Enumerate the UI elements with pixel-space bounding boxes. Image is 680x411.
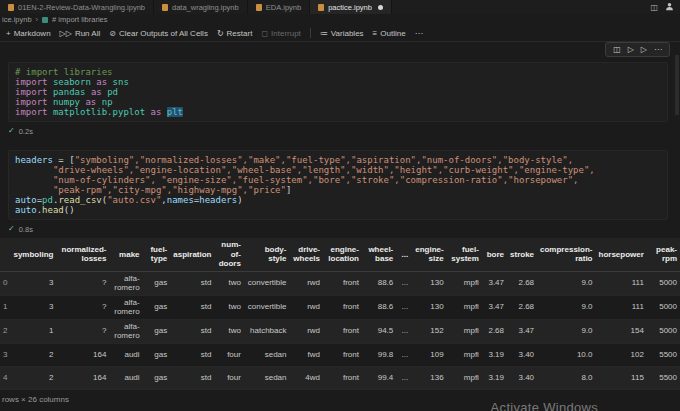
table-cell: ... [396,295,411,319]
code-token: = [ [58,155,74,165]
table-cell: 2.68 [482,319,507,343]
code-token: import [15,97,53,107]
table-cell: four [215,343,244,366]
code-line: "num-of-cylinders", "engine-size","fuel-… [15,175,661,185]
tab-eda[interactable]: EDA.ipynb [248,0,310,14]
code-editor-read-csv[interactable]: headers = ["symboling","normalized-losse… [15,155,661,215]
table-cell: ... [396,343,411,366]
table-cell: ? [56,271,109,295]
table-cell: gas [143,295,171,319]
add-markdown-button[interactable]: + Markdown [6,29,51,38]
activate-windows-watermark: Activate Windows [491,400,598,411]
table-cell: front [323,366,362,389]
tab-pactice-active[interactable]: pactice.ipynb [310,0,392,14]
more-cell-actions-icon[interactable]: ⋯ [654,45,662,54]
table-cell: four [215,366,244,389]
code-cell-read-csv[interactable]: headers = ["symboling","normalized-losse… [8,150,668,220]
cell-output-area: symbolingnormalized-lossesmakefuel-typea… [0,238,680,404]
run-below-icon[interactable]: ▷ [641,45,647,54]
column-header-engine-size: engine-size [411,238,446,271]
dataframe-table: symbolingnormalized-lossesmakefuel-typea… [0,238,680,390]
table-cell: 164 [56,343,109,366]
code-token: auto [15,205,37,215]
code-token [15,175,53,185]
restart-button[interactable]: ↻ Restart [217,29,253,38]
code-token: as [91,87,107,97]
code-token: headers [15,155,58,165]
clear-outputs-button[interactable]: ⊘ Clear Outputs of All Cells [109,29,208,38]
column-header-drive-wheels: drive-wheels [289,238,323,271]
table-cell: 2 [10,343,56,366]
table-cell: front [323,295,362,319]
table-cell: ? [56,319,109,343]
variables-button[interactable]: ≔ Variables [320,29,364,38]
table-cell: 164 [56,366,109,389]
interrupt-label: Interrupt [271,29,301,38]
table-cell: 130 [411,295,446,319]
outline-button[interactable]: ≡ Outline [373,29,406,38]
execution-time: 0.2s [19,127,33,136]
run-all-button[interactable]: ▷▷ Run All [60,29,101,38]
success-check-icon: ✓ [8,127,15,135]
table-cell: rwd [289,295,323,319]
code-token: "num-of-cylinders", "engine-size","fuel-… [53,175,579,185]
code-cell-imports[interactable]: # import librariesimport seaborn as snsi… [8,62,668,122]
account-icon[interactable] [665,2,674,13]
table-cell: std [170,295,214,319]
breadcrumb-file[interactable]: ice.ipynb [2,15,32,24]
code-line: import seaborn as sns [15,77,661,87]
interrupt-button[interactable]: ◻ Interrupt [261,29,300,38]
table-cell: 115 [596,366,647,389]
code-token: pd [107,87,118,97]
table-cell: gas [143,319,171,343]
editor-tab-bar: 01EN-2-Review-Data-Wrangling.ipynb data_… [0,0,680,14]
table-cell: front [323,271,362,295]
split-cell-icon[interactable]: ◫ [613,45,621,54]
table-cell: 3.40 [507,366,537,389]
table-cell: 8.0 [537,366,595,389]
table-row: 32164audigasstdfoursedanfwdfront99.8...1… [0,343,680,366]
table-cell: 94.5 [362,319,396,343]
table-cell: 3.47 [482,271,507,295]
code-line: # import libraries [15,67,661,77]
clear-outputs-label: Clear Outputs of All Cells [119,29,208,38]
table-cell: gas [143,271,171,295]
table-cell: 5500 [647,366,680,389]
more-actions-button[interactable]: ⋯ [415,29,423,38]
table-cell: rwd [289,271,323,295]
code-token [15,165,53,175]
split-editor-icon[interactable]: ◫ [650,3,658,12]
tab-review-data-wrangling[interactable]: 01EN-2-Review-Data-Wrangling.ipynb [0,0,154,14]
table-header-row: symbolingnormalized-lossesmakefuel-typea… [0,238,680,271]
tab-data-wragling[interactable]: data_wragling.ipynb [154,0,248,14]
run-above-icon[interactable]: ▷ [628,45,634,54]
table-cell: 111 [596,271,647,295]
column-header-make: make [109,238,142,271]
table-cell: 5000 [647,295,680,319]
code-token: np [102,97,113,107]
table-cell: hatchback [244,319,290,343]
toolbar-separator [310,28,311,38]
outline-icon: ≡ [373,29,378,38]
code-token: "symboling","normalized-losses","make","… [75,155,574,165]
scrollbar-thumb[interactable] [675,55,679,115]
table-cell: 3.19 [482,343,507,366]
table-cell: 3 [10,271,56,295]
code-line: import pandas as pd [15,87,661,97]
table-cell: 4wd [289,366,323,389]
unsaved-changes-dot[interactable] [378,5,383,10]
code-token: matplotlib.pyplot [53,107,151,117]
code-token: pandas [53,87,91,97]
table-cell: 88.6 [362,295,396,319]
table-cell: ... [396,319,411,343]
table-cell: alfa-romero [109,271,142,295]
code-line: auto=pd.read_csv("auto.csv",names=header… [15,195,661,205]
table-cell: std [170,271,214,295]
interrupt-icon: ◻ [261,29,268,38]
code-editor-imports[interactable]: # import librariesimport seaborn as snsi… [15,67,661,117]
table-cell: sedan [244,366,290,389]
column-header-horsepower: horsepower [596,238,647,271]
breadcrumb-section[interactable]: # import libraries [52,15,107,24]
notebook-toolbar: + Markdown ▷▷ Run All ⊘ Clear Outputs of… [0,25,680,42]
code-line: "drive-wheels","engine-location","wheel-… [15,165,661,175]
